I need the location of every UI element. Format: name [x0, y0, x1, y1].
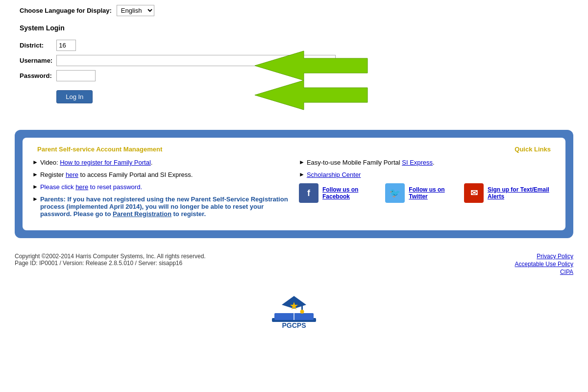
panel-item-mobile: ► Easy-to-use Mobile Family Portal SI Ex…: [299, 159, 556, 166]
twitter-link[interactable]: Follow us on Twitter: [409, 186, 456, 200]
logo-section: PGCPS: [0, 291, 588, 346]
bullet-6: ►: [299, 171, 305, 178]
panel-headers: Parent Self-service Account Management Q…: [32, 146, 556, 153]
panel-item-register: ► Register here to access Family Portal …: [32, 171, 289, 178]
district-input[interactable]: [56, 40, 76, 51]
email-alerts-link[interactable]: Sign up for Text/Email Alerts: [488, 186, 556, 200]
reset-here-link[interactable]: here: [75, 183, 88, 191]
facebook-icon: f: [299, 183, 318, 203]
video-text: Video: How to register for Family Portal…: [40, 159, 153, 166]
panel-left: ► Video: How to register for Family Port…: [32, 159, 289, 222]
social-row: f Follow us on Facebook 🐦 Follow us on T…: [299, 183, 556, 203]
footer: Copyright ©2002-2014 Harris Computer Sys…: [0, 248, 588, 281]
panel-left-header: Parent Self-service Account Management: [37, 146, 162, 153]
privacy-policy-link[interactable]: Privacy Policy: [515, 253, 573, 260]
login-button[interactable]: Log In: [56, 90, 93, 103]
twitter-icon: 🐦: [385, 183, 405, 203]
panel-item-reset: ► Please click here to reset password.: [32, 183, 289, 191]
email-item[interactable]: ✉ Sign up for Text/Email Alerts: [464, 183, 556, 203]
page-id-text: Page ID: IP0001 / Version: Release 2.8.5…: [15, 260, 206, 267]
pgcps-logo: PGCPS: [265, 291, 323, 335]
bullet-2: ►: [32, 171, 38, 178]
panel-item-parents: ► Parents: If you have not registered us…: [32, 196, 289, 218]
scholarship-center-link[interactable]: Scholarship Center: [307, 171, 361, 178]
footer-left: Copyright ©2002-2014 Harris Computer Sys…: [15, 253, 206, 267]
bullet-3: ►: [32, 183, 38, 190]
info-panel-inner: Parent Self-service Account Management Q…: [23, 138, 565, 230]
parents-text: Parents: If you have not registered usin…: [40, 196, 289, 218]
panel-item-video: ► Video: How to register for Family Port…: [32, 159, 289, 166]
panel-content: ► Video: How to register for Family Port…: [32, 159, 556, 222]
svg-point-7: [300, 310, 304, 314]
bullet-5: ►: [299, 159, 305, 166]
svg-text:PGCPS: PGCPS: [282, 321, 306, 329]
cipa-link[interactable]: CIPA: [515, 269, 573, 275]
language-label: Choose Language for Display:: [20, 7, 112, 14]
bullet-4: ►: [32, 196, 38, 202]
acceptable-use-link[interactable]: Acceptable Use Policy: [515, 261, 573, 268]
mobile-text: Easy-to-use Mobile Family Portal SI Expr…: [307, 159, 435, 166]
reset-text: Please click here to reset password.: [40, 183, 142, 191]
login-form: District: Username: Password:: [20, 38, 340, 105]
si-express-link[interactable]: SI Express: [402, 159, 433, 166]
email-icon: ✉: [464, 183, 484, 203]
panel-right: ► Easy-to-use Mobile Family Portal SI Ex…: [299, 159, 556, 222]
scholarship-text: Scholarship Center: [307, 171, 361, 178]
copyright-text: Copyright ©2002-2014 Harris Computer Sys…: [15, 253, 206, 260]
register-here-link[interactable]: here: [66, 171, 78, 178]
parent-registration-link[interactable]: Parent Registration: [113, 210, 172, 218]
twitter-item[interactable]: 🐦 Follow us on Twitter: [385, 183, 456, 203]
system-login-title: System Login: [20, 24, 568, 32]
language-select[interactable]: English Spanish French: [117, 5, 154, 16]
district-label: District:: [20, 38, 56, 53]
family-portal-link[interactable]: How to register for Family Portal: [60, 159, 151, 166]
panel-item-scholarship: ► Scholarship Center: [299, 171, 556, 178]
facebook-item[interactable]: f Follow us on Facebook: [299, 183, 377, 203]
bullet-1: ►: [32, 159, 38, 166]
password-input[interactable]: [56, 70, 96, 81]
facebook-link[interactable]: Follow us on Facebook: [322, 186, 377, 200]
footer-right: Privacy Policy Acceptable Use Policy CIP…: [515, 253, 573, 276]
password-label: Password:: [20, 68, 56, 83]
panel-right-header: Quick Links: [514, 146, 551, 153]
info-panel: Parent Self-service Account Management Q…: [15, 130, 573, 238]
register-text: Register here to access Family Portal an…: [40, 171, 193, 178]
username-input[interactable]: [56, 55, 336, 66]
username-label: Username:: [20, 53, 56, 68]
